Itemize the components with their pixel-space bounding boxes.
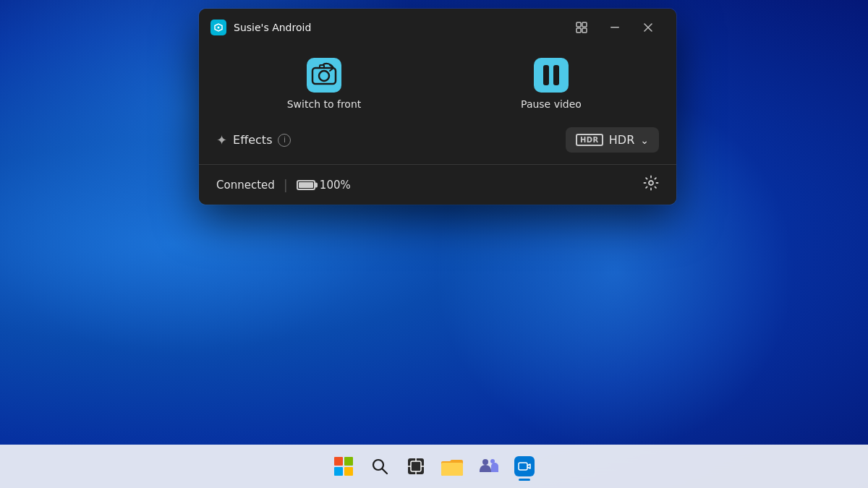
minimize-button[interactable] [598,16,631,39]
connected-status: Connected [216,179,275,192]
svg-line-14 [383,469,388,474]
svg-point-0 [218,27,220,29]
effects-info-button[interactable]: i [278,134,291,147]
svg-rect-11 [553,65,559,85]
battery-percent: 100% [320,179,351,192]
tile-button[interactable] [565,16,598,39]
svg-rect-4 [582,28,587,33]
pause-video-button[interactable] [534,58,569,93]
taskbar-item-snipping-tool[interactable] [400,450,432,482]
switch-front-group: Switch to front [216,58,432,110]
desktop: Susie's Android [0,0,868,488]
search-icon [370,456,390,476]
taskbar-item-windows-start[interactable] [328,450,359,482]
effects-label: Effects [233,133,272,147]
svg-point-12 [649,181,653,185]
hdr-badge: HDR [576,134,603,146]
action-buttons-row: Switch to front Pause video [216,58,659,110]
folder-icon [441,457,463,476]
hdr-dropdown[interactable]: HDR HDR ⌄ [566,127,659,153]
svg-rect-23 [519,463,527,470]
battery-icon [297,180,315,190]
snipping-tool-icon [406,456,426,476]
info-icon: i [284,135,286,145]
sparkle-icon: ✦ [216,132,227,147]
taskbar-item-teams[interactable] [472,450,504,482]
titlebar: Susie's Android [199,9,676,46]
svg-point-21 [482,459,488,465]
status-bar: Connected | 100% [199,165,676,205]
taskbar [0,445,868,488]
windows-logo-icon [334,457,353,476]
taskbar-item-camera[interactable] [509,450,540,482]
teams-icon [478,456,498,476]
window-content: Switch to front Pause video ✦ [199,46,676,164]
hdr-label: HDR [609,133,634,147]
switch-front-label: Switch to front [287,98,362,110]
svg-rect-3 [576,28,581,33]
window-title: Susie's Android [234,22,558,33]
battery-fill [299,182,313,188]
effects-left: ✦ Effects i [216,132,291,147]
pause-video-group: Pause video [443,58,659,110]
close-button[interactable] [631,16,665,39]
taskbar-item-search[interactable] [364,450,396,482]
taskbar-item-file-explorer[interactable] [436,450,468,482]
effects-row: ✦ Effects i HDR HDR ⌄ [216,121,659,164]
camera-icon [514,456,535,476]
pause-video-label: Pause video [521,98,582,110]
svg-rect-5 [610,27,619,28]
svg-rect-2 [582,22,587,27]
status-divider: | [284,177,288,192]
chevron-down-icon: ⌄ [640,134,649,146]
svg-rect-10 [543,65,549,85]
app-icon [210,20,226,35]
svg-point-9 [319,71,329,81]
switch-front-button[interactable] [307,58,341,93]
app-window: Susie's Android [199,9,676,205]
settings-icon[interactable] [643,175,659,194]
battery-area: 100% [297,179,351,192]
titlebar-controls [565,16,665,39]
svg-rect-1 [576,22,581,27]
status-left: Connected | 100% [216,177,351,192]
